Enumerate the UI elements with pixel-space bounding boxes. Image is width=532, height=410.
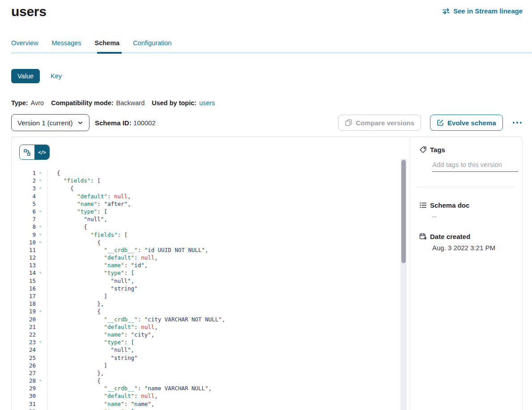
code-view-button[interactable]: </> [34,145,49,159]
topic-link[interactable]: users [199,99,215,107]
fold-spacer [36,384,45,392]
code-line: 2▼ "fields": [ [19,177,410,184]
code-text: "null", [47,215,410,223]
scrollbar-thumb[interactable] [401,160,406,263]
fold-spacer [36,254,45,261]
code-text: { [47,308,410,315]
code-text: ] [47,362,410,369]
schema-id: Schema ID: 100002 [95,119,156,127]
fold-toggle-icon[interactable]: ▼ [36,239,45,246]
line-number: 1 [19,169,36,177]
line-number: 31 [19,400,36,408]
fold-toggle-icon[interactable]: ▼ [36,408,45,410]
fold-toggle-icon[interactable]: ▼ [36,231,45,239]
fold-spacer [36,200,45,208]
fold-toggle-icon[interactable]: ▼ [36,338,45,346]
code-line: 12 "default": null, [19,254,410,261]
evolve-schema-button[interactable]: Evolve schema [430,115,502,131]
code-line: 31 "name": "name", [19,400,410,408]
schema-page: users See in Stream lineage Overview Mes… [0,0,532,410]
line-number: 22 [19,331,36,338]
schema-detail-panel: </> 1▼{2▼ "fields": [3▼ {4 "default": nu… [11,137,523,410]
code-text: { [47,169,410,177]
calendar-plus-icon [419,233,427,240]
tab-messages[interactable]: Messages [51,39,81,47]
tab-underline-track [11,52,532,54]
line-number: 20 [19,316,36,323]
schema-sidebar: Tags Schema doc -- [410,137,522,410]
code-line: 16 "string" [19,285,410,292]
code-line: 32▼ "type": [ [19,408,410,410]
key-toggle-button[interactable]: Key [51,73,62,80]
line-number: 6 [19,208,36,215]
line-number: 25 [19,354,36,362]
line-number: 15 [19,277,36,285]
sidebar-divider [417,187,515,187]
line-number: 4 [19,192,36,200]
code-text: "__crdb__": "city VARCHAR NOT NULL", [47,316,410,323]
code-text: { [47,239,410,246]
code-line: 29 "__crdb__": "name VARCHAR NULL", [19,384,410,392]
schema-actions: Compare versions Evolve schema [338,115,523,131]
code-line: 17 ] [19,292,410,300]
fold-toggle-icon[interactable]: ▼ [36,177,45,184]
compare-versions-button[interactable]: Compare versions [338,115,421,131]
code-line: 8▼ { [19,223,410,231]
code-text: "default": null, [47,254,410,261]
fold-toggle-icon[interactable]: ▼ [36,208,45,215]
line-number: 2 [19,177,36,184]
fold-toggle-icon[interactable]: ▼ [36,223,45,231]
code-text: "name": "after", [47,200,410,208]
value-key-toggle: Value Key [11,69,523,83]
fold-toggle-icon[interactable]: ▼ [36,377,45,384]
line-number: 18 [19,300,36,308]
fold-spacer [36,277,45,285]
code-text: "default": null, [47,392,410,400]
fold-toggle-icon[interactable]: ▼ [36,169,45,177]
line-number: 28 [19,377,36,384]
version-select[interactable]: Version 1 (current) [11,114,89,131]
tags-title: Tags [430,146,445,154]
fold-spacer [36,369,45,377]
fold-spacer [36,400,45,408]
fold-spacer [36,192,45,200]
tab-overview[interactable]: Overview [11,39,38,47]
code-line: 20 "__crdb__": "city VARCHAR NOT NULL", [19,316,410,323]
code-line: 15 "null", [19,277,410,285]
code-text: "null", [47,277,410,285]
schema-doc-section: Schema doc -- [419,201,515,220]
edit-icon [437,119,444,126]
code-text: "default": null, [47,323,410,331]
code-text: { [47,377,410,384]
code-text: "type": [ [47,408,410,410]
line-number: 16 [19,285,36,292]
code-line: 6▼ "type": [ [19,208,410,215]
code-line: 18 }, [19,300,410,308]
stream-lineage-link[interactable]: See in Stream lineage [443,7,523,15]
tab-schema[interactable]: Schema [95,39,120,47]
fold-toggle-icon[interactable]: ▼ [36,269,45,277]
add-tags-input[interactable] [432,161,518,172]
line-number: 19 [19,308,36,315]
fold-toggle-icon[interactable]: ▼ [36,308,45,315]
tab-configuration[interactable]: Configuration [133,39,171,47]
code-line: 23▼ "type": [ [19,338,410,346]
code-line: 13 "name": "id", [19,261,410,269]
value-toggle-button[interactable]: Value [11,69,40,83]
line-number: 32 [19,408,36,410]
fold-spacer [36,285,45,292]
fold-toggle-icon[interactable]: ▼ [36,184,45,192]
code-text: "name": "city", [47,331,410,338]
more-actions-button[interactable] [512,120,523,126]
code-text: "type": [ [47,208,410,215]
fold-spacer [36,354,45,362]
compare-versions-icon [345,119,352,126]
code-line: 27 }, [19,369,410,377]
tree-view-button[interactable] [20,145,34,159]
used-by-topic: Used by topic: users [152,99,215,107]
code-text: "type": [ [47,338,410,346]
code-line: 24 "null", [19,346,410,354]
page-title: users [11,4,47,20]
schema-doc-value: -- [432,213,515,220]
code-scrollbar[interactable] [400,159,407,410]
